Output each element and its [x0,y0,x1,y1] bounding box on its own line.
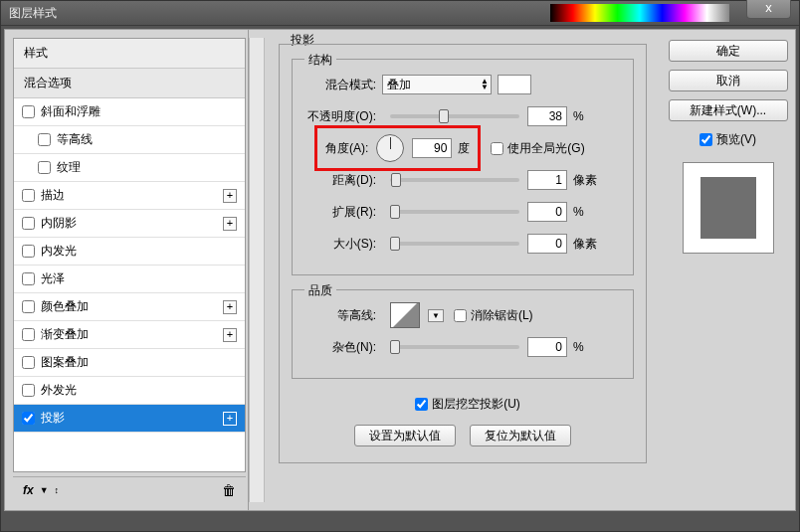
fx-menu-arrow-icon[interactable]: ▼ [40,485,49,495]
global-light-label: 使用全局光(G) [507,140,584,157]
blend-mode-select[interactable]: 叠加 ▲▼ [382,75,492,94]
shadow-color-swatch[interactable] [498,75,531,94]
style-item-9[interactable]: 图案叠加 [14,349,245,377]
spread-unit: % [573,205,584,219]
distance-unit: 像素 [573,172,597,189]
style-item-4[interactable]: 内阴影+ [14,210,245,238]
fx-icon[interactable]: fx [23,483,34,497]
style-item-label: 描边 [41,187,65,204]
angle-unit: 度 [458,140,470,157]
antialias-label: 消除锯齿(L) [471,307,533,324]
style-item-label: 内阴影 [41,215,77,232]
style-item-label: 内发光 [41,243,77,260]
distance-slider[interactable] [390,178,519,182]
blend-mode-label: 混合模式: [304,77,382,93]
style-item-checkbox[interactable] [22,412,35,425]
style-item-label: 斜面和浮雕 [41,103,100,120]
structure-group: 结构 混合模式: 叠加 ▲▼ 不透明度(O): 38 % [292,59,634,275]
left-footer: fx ▼ ↕ 🗑 [13,476,246,502]
knockout-label: 图层挖空投影(U) [432,396,520,413]
style-item-checkbox[interactable] [22,105,35,118]
size-input[interactable]: 0 [527,234,567,254]
style-item-label: 等高线 [57,131,93,148]
add-instance-icon[interactable]: + [223,189,237,203]
style-item-checkbox[interactable] [22,272,35,285]
ok-button[interactable]: 确定 [669,40,788,62]
angle-input[interactable]: 90 [412,138,452,158]
reset-default-button[interactable]: 复位为默认值 [470,425,571,446]
distance-input[interactable]: 1 [527,170,567,190]
blend-options-header[interactable]: 混合选项 [14,69,245,98]
make-default-button[interactable]: 设置为默认值 [354,425,456,446]
distance-label: 距离(D): [304,172,382,189]
knockout-input[interactable] [415,398,428,411]
global-light-input[interactable] [491,142,503,155]
opacity-input[interactable]: 38 [527,106,567,126]
noise-slider[interactable] [390,345,519,349]
style-item-label: 光泽 [41,270,65,287]
opacity-unit: % [573,109,584,123]
styles-list: 样式 混合选项 斜面和浮雕等高线纹理描边+内阴影+内发光光泽颜色叠加+渐变叠加+… [13,38,246,472]
style-item-checkbox[interactable] [22,328,35,341]
style-item-8[interactable]: 渐变叠加+ [14,321,245,349]
style-item-checkbox[interactable] [22,245,35,258]
style-item-5[interactable]: 内发光 [14,238,245,266]
style-item-7[interactable]: 颜色叠加+ [14,293,245,321]
angle-label: 角度(A): [325,140,368,157]
add-instance-icon[interactable]: + [223,328,237,342]
select-arrow-icon: ▲▼ [481,79,489,90]
effect-group: 结构 混合模式: 叠加 ▲▼ 不透明度(O): 38 % [279,44,647,463]
style-item-11[interactable]: 投影+ [14,405,245,433]
close-button[interactable]: x [746,0,791,19]
antialias-input[interactable] [454,309,467,322]
scrollbar[interactable] [249,38,265,502]
style-item-checkbox[interactable] [22,217,35,230]
opacity-label: 不透明度(O): [304,108,382,125]
style-item-0[interactable]: 斜面和浮雕 [14,98,245,126]
style-item-2[interactable]: 纹理 [14,154,245,182]
style-item-checkbox[interactable] [22,300,35,313]
global-light-checkbox[interactable]: 使用全局光(G) [491,140,584,157]
add-instance-icon[interactable]: + [223,217,237,231]
titlebar[interactable]: 图层样式 x [1,1,799,26]
noise-label: 杂色(N): [304,339,382,356]
style-item-checkbox[interactable] [22,356,35,369]
add-instance-icon[interactable]: + [223,412,237,426]
preview-box [683,162,774,254]
style-item-1[interactable]: 等高线 [14,126,245,154]
style-item-10[interactable]: 外发光 [14,377,245,405]
size-slider[interactable] [390,242,519,246]
preview-input[interactable] [700,133,712,146]
size-unit: 像素 [573,236,597,253]
style-item-label: 外发光 [41,382,77,399]
left-panel: 样式 混合选项 斜面和浮雕等高线纹理描边+内阴影+内发光光泽颜色叠加+渐变叠加+… [5,30,249,510]
new-style-button[interactable]: 新建样式(W)... [669,99,788,121]
opacity-slider[interactable] [390,114,519,118]
knockout-checkbox[interactable]: 图层挖空投影(U) [415,396,520,413]
style-item-checkbox[interactable] [22,189,35,202]
trash-icon[interactable]: 🗑 [222,482,236,498]
style-item-label: 渐变叠加 [41,326,89,343]
style-item-checkbox[interactable] [38,161,51,174]
angle-dial[interactable] [376,134,404,162]
style-item-3[interactable]: 描边+ [14,182,245,210]
antialias-checkbox[interactable]: 消除锯齿(L) [454,307,533,324]
noise-unit: % [573,340,584,354]
style-item-checkbox[interactable] [38,133,51,146]
add-instance-icon[interactable]: + [223,300,237,314]
styles-header[interactable]: 样式 [14,39,245,69]
style-item-6[interactable]: 光泽 [14,266,245,293]
preview-checkbox[interactable]: 预览(V) [700,131,756,148]
contour-arrow-icon[interactable]: ▼ [428,309,444,322]
contour-picker[interactable] [390,302,420,328]
cancel-button[interactable]: 取消 [669,70,788,91]
spread-slider[interactable] [390,210,519,214]
angle-highlight: 角度(A): 90 度 [314,125,481,171]
quality-group: 品质 等高线: ▼ 消除锯齿(L) 杂色(N): 0 [292,289,634,379]
style-item-checkbox[interactable] [22,384,35,397]
blend-mode-value: 叠加 [387,77,411,93]
spread-label: 扩展(R): [304,204,382,221]
updown-icon[interactable]: ↕ [55,485,60,495]
spread-input[interactable]: 0 [527,202,567,222]
noise-input[interactable]: 0 [527,337,567,357]
